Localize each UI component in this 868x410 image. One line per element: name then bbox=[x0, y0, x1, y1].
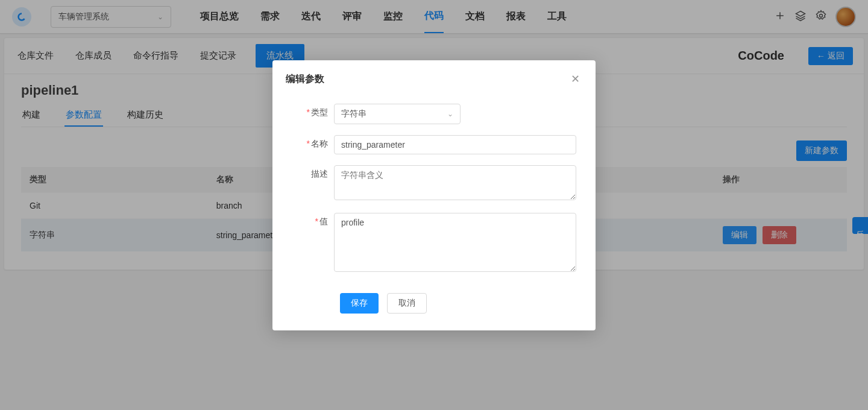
type-value: 字符串 bbox=[341, 109, 366, 119]
label-value: 值 bbox=[319, 216, 328, 226]
value-textarea[interactable] bbox=[334, 213, 576, 272]
label-type: 类型 bbox=[311, 107, 328, 117]
chevron-down-icon: ⌄ bbox=[447, 110, 453, 118]
modal-footer: 保存 取消 bbox=[272, 289, 596, 330]
modal-body: *类型 字符串 ⌄ *名称 描述 bbox=[272, 92, 596, 289]
close-icon[interactable]: ✕ bbox=[568, 70, 582, 88]
modal-mask: 编辑参数 ✕ *类型 字符串 ⌄ *名称 描述 bbox=[0, 0, 868, 410]
desc-textarea[interactable] bbox=[334, 165, 576, 200]
edit-param-modal: 编辑参数 ✕ *类型 字符串 ⌄ *名称 描述 bbox=[272, 60, 596, 330]
modal-title: 编辑参数 bbox=[286, 73, 324, 86]
type-select[interactable]: 字符串 ⌄ bbox=[334, 104, 461, 124]
modal-header: 编辑参数 ✕ bbox=[272, 60, 596, 92]
name-input[interactable] bbox=[334, 135, 576, 154]
cancel-button[interactable]: 取消 bbox=[387, 293, 427, 314]
label-desc: 描述 bbox=[311, 169, 328, 178]
save-button[interactable]: 保存 bbox=[340, 293, 379, 314]
label-name: 名称 bbox=[311, 139, 328, 148]
